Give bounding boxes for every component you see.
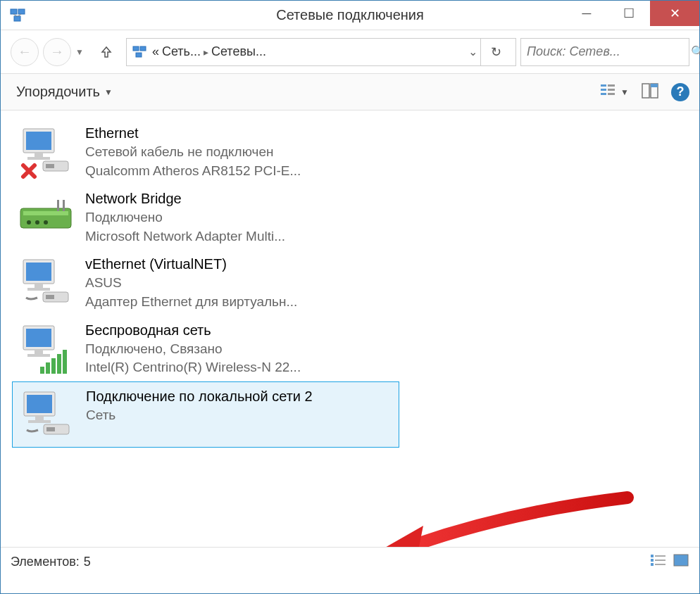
bridge-icon: [18, 189, 74, 245]
connection-adapter: Адаптер Ethernet для виртуальн...: [85, 293, 394, 312]
close-button[interactable]: ✕: [650, 1, 699, 26]
connections-list: EthernetСетевой кабель не подключенQualc…: [1, 110, 699, 547]
svg-rect-43: [57, 354, 61, 374]
help-button[interactable]: ?: [671, 83, 689, 101]
svg-rect-13: [608, 93, 615, 95]
connection-status: Подключено, Связано: [85, 340, 394, 359]
status-count: 5: [84, 555, 91, 569]
svg-rect-56: [651, 563, 654, 566]
connection-adapter: Сеть: [86, 406, 393, 425]
forward-button[interactable]: →: [43, 38, 71, 66]
annotation-arrow-icon: [367, 491, 635, 547]
minimize-button[interactable]: ─: [565, 1, 608, 26]
svg-rect-40: [40, 367, 44, 374]
connection-name: Ethernet: [85, 123, 394, 143]
svg-rect-52: [651, 555, 654, 557]
svg-rect-31: [26, 263, 51, 281]
view-options: ▼: [599, 82, 629, 102]
connection-status: Подключено: [85, 208, 394, 227]
breadcrumb-separator-icon[interactable]: ▸: [202, 46, 210, 58]
connection-item[interactable]: Network BridgeПодключеноMicrosoft Networ…: [12, 184, 399, 250]
breadcrumb-item-1[interactable]: Сеть...: [161, 44, 202, 59]
maximize-button[interactable]: ☐: [608, 1, 650, 26]
search-icon[interactable]: 🔍: [691, 45, 700, 58]
connection-adapter: Intel(R) Centrino(R) Wireless-N 22...: [85, 358, 394, 377]
wireless-icon: [18, 320, 74, 377]
connection-status: ASUS: [85, 274, 394, 293]
svg-rect-2: [14, 16, 20, 21]
svg-rect-6: [140, 46, 146, 51]
search-input[interactable]: [527, 44, 691, 59]
breadcrumb-item-2[interactable]: Сетевы...: [210, 44, 268, 59]
connection-item[interactable]: vEthernet (VirtualNET)ASUSАдаптер Ethern…: [12, 250, 399, 315]
breadcrumb-prefix: «: [151, 44, 161, 59]
location-icon: [131, 44, 148, 61]
view-list-icon[interactable]: [599, 82, 616, 102]
search-box[interactable]: 🔍: [520, 38, 689, 66]
svg-marker-51: [374, 526, 423, 547]
svg-rect-12: [601, 93, 606, 95]
history-dropdown[interactable]: ▼: [73, 44, 87, 60]
svg-rect-53: [655, 555, 665, 557]
organize-label: Упорядочить: [16, 84, 100, 100]
svg-rect-57: [655, 564, 665, 565]
view-dropdown-icon[interactable]: ▼: [620, 87, 629, 97]
svg-rect-28: [57, 200, 59, 211]
svg-rect-9: [608, 84, 615, 87]
svg-rect-1: [18, 9, 25, 14]
connection-item[interactable]: Подключение по локальной сети 2Сеть: [12, 381, 399, 448]
svg-rect-35: [46, 295, 54, 299]
title-bar: Сетевые подключения ─ ☐ ✕: [1, 1, 699, 30]
refresh-button[interactable]: ↻: [480, 38, 511, 66]
svg-rect-18: [26, 132, 51, 150]
svg-rect-42: [51, 358, 56, 374]
breadcrumb-dropdown-icon[interactable]: ⌄: [465, 42, 480, 61]
svg-rect-47: [35, 416, 44, 420]
svg-rect-44: [63, 350, 67, 374]
svg-rect-55: [655, 560, 665, 561]
connection-adapter: Microsoft Network Adapter Multi...: [85, 227, 394, 246]
svg-rect-50: [46, 427, 55, 431]
organize-menu[interactable]: Упорядочить ▼: [11, 80, 118, 104]
ethernet-disconnected-icon: [18, 123, 74, 179]
connection-item[interactable]: Беспроводная сетьПодключено, СвязаноInte…: [12, 316, 399, 381]
ethernet-connected-icon: [18, 254, 74, 310]
svg-rect-22: [46, 164, 54, 168]
view-details-icon[interactable]: [642, 82, 658, 102]
window-controls: ─ ☐ ✕: [565, 1, 699, 27]
svg-rect-10: [601, 89, 606, 91]
breadcrumb-box[interactable]: « Сеть... ▸ Сетевы... ⌄ ↻: [126, 38, 516, 66]
svg-point-25: [27, 220, 31, 225]
details-view-icon[interactable]: [650, 553, 667, 571]
svg-rect-24: [23, 211, 68, 215]
up-button[interactable]: [94, 39, 119, 65]
svg-rect-20: [27, 157, 50, 160]
svg-rect-32: [35, 284, 43, 288]
svg-rect-38: [35, 350, 43, 354]
toolbar: Упорядочить ▼ ▼ ?: [1, 74, 699, 110]
back-button[interactable]: ←: [11, 38, 39, 66]
svg-rect-5: [133, 46, 139, 51]
window: Сетевые подключения ─ ☐ ✕ ← → ▼ « Сеть..…: [0, 0, 700, 594]
svg-rect-11: [608, 89, 615, 91]
window-title: Сетевые подключения: [276, 7, 424, 23]
status-bar: Элементов: 5: [1, 547, 699, 576]
chevron-down-icon: ▼: [104, 87, 113, 97]
svg-rect-0: [11, 9, 17, 14]
svg-point-27: [44, 220, 48, 225]
ethernet-connected-icon: [18, 386, 75, 443]
connection-name: Беспроводная сеть: [85, 320, 394, 340]
connection-item[interactable]: EthernetСетевой кабель не подключенQualc…: [12, 119, 399, 184]
connection-name: Подключение по локальной сети 2: [86, 386, 393, 406]
svg-rect-19: [35, 153, 43, 157]
large-icons-view-icon[interactable]: [673, 553, 689, 571]
svg-rect-54: [651, 559, 654, 562]
svg-rect-29: [63, 200, 65, 211]
app-icon: [9, 7, 26, 24]
svg-rect-16: [651, 84, 658, 87]
svg-point-26: [35, 220, 39, 225]
connection-status: Сетевой кабель не подключен: [85, 143, 394, 162]
address-bar: ← → ▼ « Сеть... ▸ Сетевы... ⌄ ↻ 🔍: [1, 30, 699, 74]
svg-rect-8: [601, 84, 606, 87]
svg-rect-7: [136, 53, 142, 57]
